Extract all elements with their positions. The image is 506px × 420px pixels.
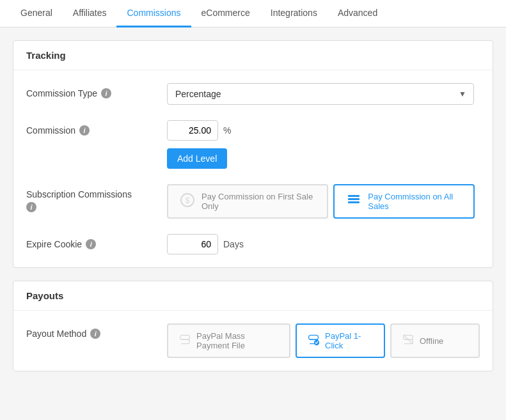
commission-unit-label: % <box>223 125 231 136</box>
dollar-circle-icon: $ <box>180 192 195 211</box>
payouts-body: Payout Method i Pa <box>13 311 493 371</box>
svg-rect-3 <box>348 198 360 200</box>
expire-cookie-input-row: Days <box>167 234 480 254</box>
commission-input-row: % <box>167 120 480 141</box>
subscription-commissions-control: $ Pay Commission on First Sale Only <box>167 184 480 219</box>
subscription-options: $ Pay Commission on First Sale Only <box>167 184 480 219</box>
tracking-body: Commission Type i Percentage Flat ▼ <box>13 70 493 267</box>
payout-option-paypal-mass-label: PayPal Mass Payment File <box>196 331 279 350</box>
tab-affiliates[interactable]: Affiliates <box>63 0 117 27</box>
payout-method-label: Payout Method i <box>26 323 167 339</box>
commission-type-row: Commission Type i Percentage Flat ▼ <box>26 83 480 105</box>
expire-cookie-row: Expire Cookie i Days <box>26 234 480 254</box>
payout-method-control: PayPal Mass Payment File <box>167 323 480 358</box>
commission-type-select[interactable]: Percentage Flat <box>167 83 474 105</box>
tab-advanced[interactable]: Advanced <box>328 0 388 27</box>
payout-method-row: Payout Method i Pa <box>26 323 480 358</box>
commission-control: % Add Level <box>167 120 480 169</box>
commission-info-icon: i <box>79 125 90 136</box>
expire-cookie-input[interactable] <box>167 234 218 254</box>
sub-option-all-sales[interactable]: Pay Commission on All Sales <box>333 184 475 219</box>
sub-option-first-sale-label: Pay Commission on First Sale Only <box>202 192 315 211</box>
tab-commissions[interactable]: Commissions <box>116 0 191 27</box>
payouts-card: Payouts Payout Method i <box>13 281 493 371</box>
payout-method-info-icon: i <box>90 329 100 339</box>
subscription-commissions-label: Subscription Commissions i <box>26 184 167 212</box>
payout-options: PayPal Mass Payment File <box>167 323 480 358</box>
paypal-1click-icon <box>307 333 320 349</box>
commission-type-select-wrapper: Percentage Flat ▼ <box>167 83 474 105</box>
tab-general[interactable]: General <box>10 0 63 27</box>
payout-option-paypal-1click-label: PayPal 1-Click <box>325 331 374 350</box>
commission-type-label: Commission Type i <box>26 83 167 98</box>
svg-rect-2 <box>348 201 360 203</box>
subscription-commissions-row: Subscription Commissions i $ <box>26 184 480 219</box>
add-level-button[interactable]: Add Level <box>167 148 227 169</box>
commission-type-control: Percentage Flat ▼ <box>167 83 480 105</box>
offline-icon <box>402 333 415 349</box>
expire-cookie-control: Days <box>167 234 480 254</box>
expire-cookie-unit-label: Days <box>223 239 244 249</box>
svg-rect-4 <box>348 195 360 197</box>
sub-option-first-sale[interactable]: $ Pay Commission on First Sale Only <box>167 184 328 219</box>
stack-layers-icon <box>346 192 361 211</box>
main-content: Tracking Commission Type i Percentage Fl… <box>0 27 506 397</box>
expire-cookie-info-icon: i <box>86 239 96 249</box>
commission-type-info-icon: i <box>101 88 111 98</box>
paypal-mass-icon <box>178 333 191 349</box>
payouts-header: Payouts <box>13 281 493 311</box>
svg-text:$: $ <box>185 196 190 205</box>
tracking-header: Tracking <box>13 41 493 70</box>
sub-option-all-sales-label: Pay Commission on All Sales <box>368 192 462 211</box>
commission-input[interactable] <box>167 120 218 141</box>
tab-integrations[interactable]: Integrations <box>260 0 328 27</box>
payout-option-paypal-1click[interactable]: PayPal 1-Click <box>296 323 385 358</box>
expire-cookie-label: Expire Cookie i <box>26 234 167 249</box>
subscription-commissions-info-icon: i <box>26 202 36 212</box>
tabs-bar: General Affiliates Commissions eCommerce… <box>0 0 506 27</box>
tab-ecommerce[interactable]: eCommerce <box>191 0 260 27</box>
payout-option-offline-label: Offline <box>420 336 443 346</box>
payout-option-offline[interactable]: Offline <box>390 323 480 358</box>
commission-row: Commission i % Add Level <box>26 120 480 169</box>
commission-label: Commission i <box>26 120 167 136</box>
tracking-card: Tracking Commission Type i Percentage Fl… <box>13 40 493 268</box>
payout-option-paypal-mass[interactable]: PayPal Mass Payment File <box>167 323 290 358</box>
